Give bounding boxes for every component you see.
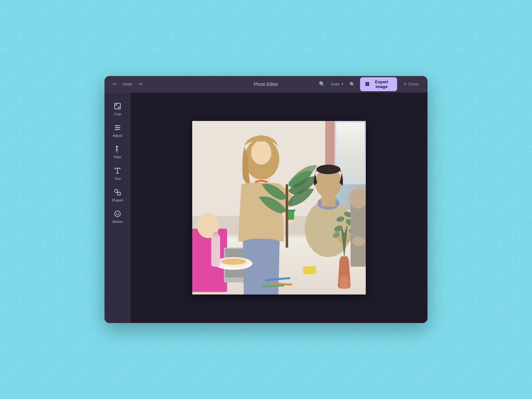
sidebar-item-label-text: Text (114, 177, 121, 180)
redo-forward-icon: ↪ (138, 81, 142, 87)
undo-back-icon: ↩ (113, 81, 117, 87)
content-area: Crop Adjust (104, 92, 428, 323)
sidebar-item-label-adjust: Adjust (113, 134, 123, 137)
shapes-icon (113, 188, 122, 196)
close-button[interactable]: ✕ Close (401, 80, 421, 88)
canvas-area (130, 92, 428, 323)
zoom-out-button[interactable]: 🔍 (318, 80, 326, 88)
zoom-selector[interactable]: Auto ▼ (328, 80, 346, 88)
sidebar-item-filter[interactable]: Filter (107, 142, 128, 162)
adjust-icon (113, 124, 122, 132)
undo-label: Undo (123, 82, 132, 86)
editor-window: ↩ Undo ↪ Photo Editor 🔍 Auto ▼ 🔍 (104, 76, 428, 323)
export-icon: 🖼 (365, 82, 369, 86)
zoom-out-icon: 🔍 (319, 81, 325, 87)
sidebar-item-adjust[interactable]: Adjust (107, 120, 128, 141)
close-label: Close (408, 82, 419, 86)
svg-point-7 (116, 125, 117, 126)
undo-back-button[interactable]: ↩ (111, 80, 119, 88)
zoom-in-icon: 🔍 (350, 82, 355, 87)
sidebar-item-label-shapes: Shapes (111, 198, 123, 202)
svg-point-8 (118, 127, 119, 128)
svg-rect-11 (117, 192, 120, 195)
sidebar-item-label-sticker: Sticker (112, 220, 123, 224)
zoom-controls: 🔍 Auto ▼ 🔍 (318, 80, 356, 88)
filter-icon (113, 145, 122, 153)
export-label: Export image (371, 79, 392, 89)
redo-forward-button[interactable]: ↪ (136, 80, 144, 88)
toolbar: ↩ Undo ↪ Photo Editor 🔍 Auto ▼ 🔍 (104, 76, 428, 92)
sidebar-item-shapes[interactable]: Shapes (107, 185, 128, 205)
text-icon (113, 167, 122, 175)
sticker-icon (113, 210, 122, 218)
sidebar-item-label-crop: Crop (114, 112, 121, 116)
sidebar-item-crop[interactable]: Crop (107, 99, 128, 119)
photo-svg (192, 121, 366, 294)
sidebar: Crop Adjust (104, 92, 130, 323)
sidebar-item-label-filter: Filter (114, 155, 121, 159)
sidebar-item-text[interactable]: Text (107, 163, 128, 184)
close-icon: ✕ (403, 82, 407, 86)
page-title: Photo Editor (254, 82, 278, 87)
zoom-in-button[interactable]: 🔍 (348, 80, 356, 88)
crop-icon (113, 102, 122, 110)
svg-rect-3 (115, 103, 120, 109)
toolbar-center: Photo Editor (214, 82, 318, 87)
svg-rect-66 (192, 121, 366, 294)
sidebar-item-sticker[interactable]: Sticker (107, 206, 128, 227)
toolbar-right: 🔍 Auto ▼ 🔍 🖼 Export image ✕ Close (318, 77, 421, 91)
svg-point-9 (116, 129, 117, 130)
zoom-value-label: Auto (331, 82, 339, 86)
chevron-down-icon: ▼ (341, 82, 344, 86)
export-button[interactable]: 🖼 Export image (360, 77, 397, 91)
svg-point-12 (115, 211, 120, 217)
photo-canvas[interactable] (192, 121, 366, 294)
toolbar-left: ↩ Undo ↪ (111, 80, 214, 88)
